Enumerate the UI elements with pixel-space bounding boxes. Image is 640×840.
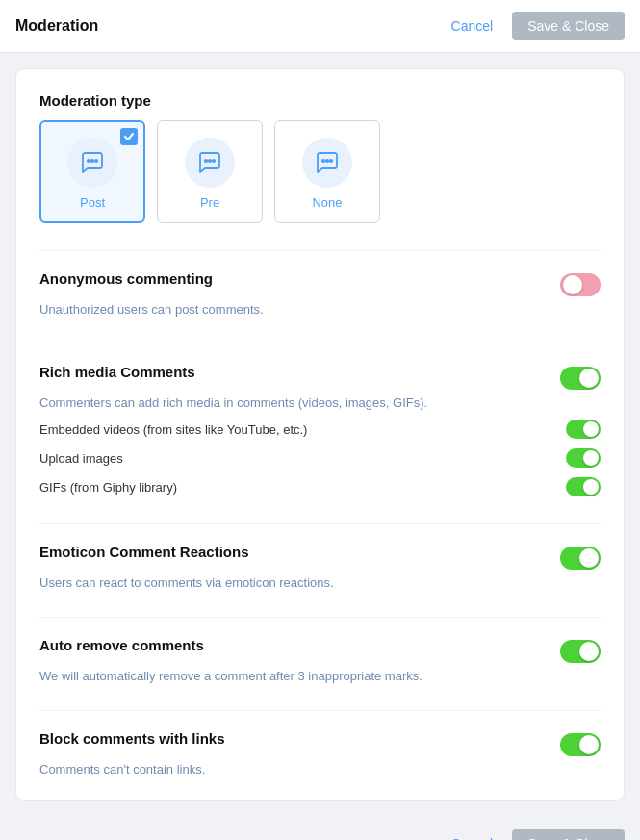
- auto-remove-toggle-row: Auto remove comments: [39, 637, 601, 665]
- gifs-label: GIFs (from Giphy library): [39, 480, 177, 495]
- rich-media-section: Rich media Comments Commenters can add r…: [39, 364, 601, 496]
- upload-images-slider: [566, 448, 601, 468]
- mod-type-none[interactable]: None: [274, 120, 380, 223]
- emoticon-title: Emoticon Comment Reactions: [39, 544, 249, 560]
- block-links-desc: Comments can't contain links.: [39, 762, 601, 776]
- footer: Cancel Save & Close: [0, 816, 640, 840]
- divider-4: [39, 617, 601, 618]
- post-icon-circle: [67, 138, 117, 188]
- svg-point-3: [205, 160, 207, 162]
- footer-cancel-button[interactable]: Cancel: [440, 830, 505, 840]
- svg-point-2: [95, 160, 97, 162]
- svg-point-4: [209, 160, 211, 162]
- anonymous-slider: [560, 273, 601, 296]
- gifs-row: GIFs (from Giphy library): [39, 477, 601, 496]
- none-icon: [314, 149, 341, 176]
- rich-media-toggle-row: Rich media Comments: [39, 364, 601, 392]
- main-content: Moderation type: [0, 53, 640, 816]
- emoticon-toggle-row: Emoticon Comment Reactions: [39, 544, 601, 572]
- block-links-toggle[interactable]: [560, 733, 601, 756]
- moderation-type-options: Post Pre: [39, 120, 601, 223]
- mod-type-pre[interactable]: Pre: [157, 120, 263, 223]
- gifs-toggle[interactable]: [566, 477, 601, 496]
- svg-point-8: [330, 160, 332, 162]
- divider-5: [39, 710, 601, 711]
- emoticon-toggle[interactable]: [560, 547, 601, 570]
- emoticon-slider: [560, 547, 601, 570]
- divider-2: [39, 344, 601, 344]
- auto-remove-desc: We will automatically remove a comment a…: [39, 669, 601, 683]
- embedded-videos-label: Embedded videos (from sites like YouTube…: [39, 422, 307, 437]
- svg-point-7: [326, 160, 328, 162]
- pre-label: Pre: [200, 195, 219, 210]
- rich-media-desc: Commenters can add rich media in comment…: [39, 395, 601, 410]
- page-title: Moderation: [15, 17, 98, 35]
- embedded-videos-slider: [566, 420, 601, 439]
- gifs-slider: [566, 477, 601, 496]
- emoticon-desc: Users can react to comments via emoticon…: [39, 575, 601, 590]
- svg-point-1: [91, 160, 93, 162]
- anonymous-commenting-title: Anonymous commenting: [39, 270, 213, 287]
- mod-type-post[interactable]: Post: [39, 120, 145, 223]
- post-icon: [79, 149, 106, 176]
- embedded-videos-toggle[interactable]: [566, 420, 601, 439]
- svg-point-5: [213, 160, 215, 162]
- svg-point-0: [88, 160, 90, 162]
- header-cancel-button[interactable]: Cancel: [440, 13, 505, 39]
- auto-remove-slider: [560, 640, 601, 663]
- header-actions: Cancel Save & Close: [440, 12, 625, 40]
- block-links-section: Block comments with links Comments can't…: [39, 730, 601, 776]
- none-icon-circle: [302, 138, 352, 188]
- moderation-type-title: Moderation type: [39, 92, 601, 109]
- emoticon-section: Emoticon Comment Reactions Users can rea…: [39, 544, 601, 590]
- rich-media-slider: [560, 367, 601, 390]
- block-links-slider: [560, 733, 601, 756]
- block-links-toggle-row: Block comments with links: [39, 730, 601, 758]
- footer-save-button[interactable]: Save & Close: [512, 829, 625, 840]
- divider-1: [39, 250, 601, 251]
- anonymous-toggle-row: Anonymous commenting: [39, 270, 601, 298]
- block-links-title: Block comments with links: [39, 730, 225, 747]
- embedded-videos-row: Embedded videos (from sites like YouTube…: [39, 420, 601, 439]
- rich-media-title: Rich media Comments: [39, 364, 195, 380]
- auto-remove-title: Auto remove comments: [39, 637, 204, 653]
- post-label: Post: [80, 195, 105, 210]
- header-save-button[interactable]: Save & Close: [512, 12, 625, 40]
- upload-images-row: Upload images: [39, 448, 601, 468]
- auto-remove-toggle[interactable]: [560, 640, 601, 663]
- moderation-type-section: Moderation type: [39, 92, 601, 223]
- header: Moderation Cancel Save & Close: [0, 0, 640, 53]
- pre-icon-circle: [185, 138, 235, 188]
- pre-icon: [196, 149, 223, 176]
- anonymous-desc: Unauthorized users can post comments.: [39, 302, 601, 317]
- upload-images-label: Upload images: [39, 451, 123, 466]
- auto-remove-section: Auto remove comments We will automatical…: [39, 637, 601, 683]
- anonymous-toggle[interactable]: [560, 273, 601, 296]
- divider-3: [39, 523, 601, 524]
- settings-card: Moderation type: [15, 68, 625, 801]
- svg-point-6: [322, 160, 324, 162]
- anonymous-commenting-section: Anonymous commenting Unauthorized users …: [39, 270, 601, 317]
- rich-media-toggle[interactable]: [560, 367, 601, 390]
- none-label: None: [312, 195, 342, 210]
- upload-images-toggle[interactable]: [566, 448, 601, 468]
- selected-check-icon: [120, 128, 138, 145]
